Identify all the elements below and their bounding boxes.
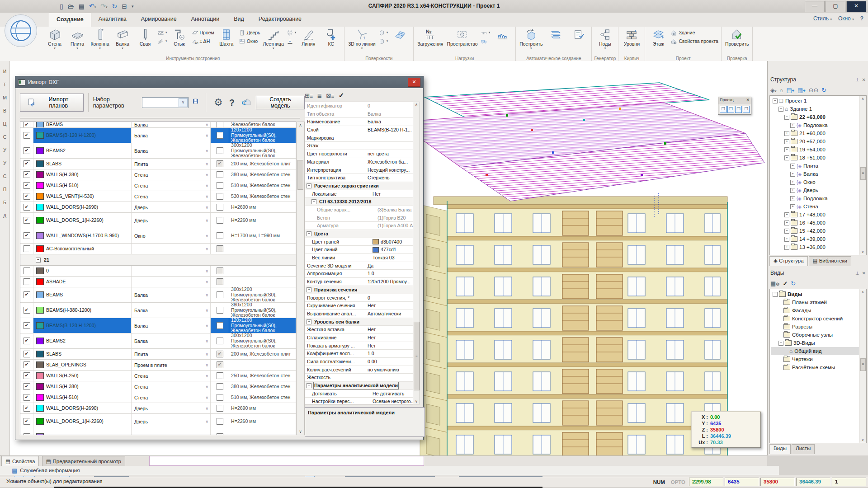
ribbon-button[interactable]: Плита▾: [66, 27, 89, 55]
prop-row[interactable]: Сечение 3D моделиДа: [305, 262, 413, 270]
tree-item[interactable]: −3D-Виды: [771, 339, 866, 347]
dialog-close-button[interactable]: ✕: [408, 78, 420, 87]
layer-type-dropdown[interactable]: Плита∨: [132, 159, 211, 169]
status-toggle[interactable]: NUM: [651, 479, 667, 485]
ribbon-tab-Аннотации[interactable]: Аннотации: [184, 13, 226, 27]
layer-type-dropdown[interactable]: Балка∨: [132, 303, 211, 318]
ribbon-button[interactable]: [567, 27, 590, 55]
tree-item[interactable]: −Виды: [771, 290, 866, 298]
layer-type-dropdown[interactable]: Балка∨: [132, 333, 211, 348]
ribbon-button[interactable]: [491, 27, 514, 55]
prop-row[interactable]: Контур сечения120x1200 Прямоу...: [305, 278, 413, 286]
checkbox-unchecked[interactable]: [217, 307, 223, 314]
ribbon-mini-button[interactable]: [480, 37, 491, 45]
layer-row[interactable]: ✔BEAMSБалка∨Железобетон балок: [20, 122, 296, 128]
layer-type-dropdown[interactable]: Дверь∨: [132, 414, 211, 429]
add-print-icon[interactable]: ▤+: [786, 87, 794, 94]
prop-row[interactable]: Сила постнатяжени...0.00: [305, 358, 413, 366]
prop-row[interactable]: Выравнивание анал...Автоматически: [305, 310, 413, 318]
layer-row[interactable]: ✔WALLS(H-380)Стена∨380 мм, Железобетон с…: [20, 169, 296, 180]
minimize-button[interactable]: —: [805, 1, 825, 12]
prop-row[interactable]: СглаживаниеНет: [305, 334, 413, 342]
checkbox-checked[interactable]: ✔: [24, 433, 30, 435]
layer-type-dropdown[interactable]: Окно∨: [132, 228, 211, 243]
tree-item[interactable]: +16 +45,000: [771, 219, 866, 227]
checkbox-unchecked[interactable]: [217, 291, 223, 298]
layer-type-dropdown[interactable]: Дверь∨: [132, 202, 211, 212]
tree-scrollbar[interactable]: ∧≡∨: [859, 289, 866, 443]
ribbon-button[interactable]: Загружения: [415, 27, 445, 55]
layer-row[interactable]: ✔SLAB_OPENINGSПроем в плите∨✔: [20, 360, 296, 371]
prop-row[interactable]: Коэффициент восп...1.0: [305, 350, 413, 358]
ribbon-mini-button[interactable]: Здание: [670, 28, 719, 37]
ribbon-button[interactable]: Ноды▾: [594, 27, 616, 55]
prop-row[interactable]: Скручивание сеченияНет: [305, 302, 413, 310]
import-plans-button[interactable]: Импорт планов: [20, 94, 84, 112]
checkbox-unchecked[interactable]: [24, 267, 30, 274]
prop-row[interactable]: Арматура(1)Гориз А400.А4...: [305, 222, 413, 230]
checkbox-checked[interactable]: ✔: [24, 383, 30, 390]
layer-type-dropdown[interactable]: Стена∨: [132, 371, 211, 381]
layer-type-dropdown[interactable]: Балка∨: [132, 128, 211, 143]
layer-type-dropdown[interactable]: Стена∨: [132, 180, 211, 191]
checkbox-unchecked[interactable]: [217, 394, 223, 401]
checkbox-checked[interactable]: ✔: [24, 405, 30, 412]
tree-item[interactable]: Разрезы: [771, 323, 866, 331]
help-icon[interactable]: ?: [229, 98, 235, 108]
prop-row[interactable]: Идентификатор0: [305, 102, 413, 110]
checkbox-checked[interactable]: ✔: [24, 122, 30, 127]
dxf-layers-table[interactable]: ✔BEAMSБалка∨Железобетон балок✔BEAMS(B-12…: [20, 122, 297, 435]
toolbar-options-icon[interactable]: ▾: [131, 2, 135, 11]
prop-group-row[interactable]: −СП 63.13330.2012/2018: [305, 198, 413, 206]
checkbox-unchecked[interactable]: [217, 322, 223, 329]
prop-value[interactable]: Тонкая 03: [370, 254, 413, 262]
layer-row[interactable]: ✔WALL_DOORS(H-2690)Дверь∨H=2690 мм: [20, 202, 296, 213]
layers-icon[interactable]: ◈▾: [770, 87, 777, 94]
layer-row[interactable]: ✔WALLS(H-510)Стена∨510 мм, Железобетон с…: [20, 392, 296, 403]
prop-row[interactable]: Поворот сечения, °0: [305, 294, 413, 302]
projection-side-icon[interactable]: ❒: [735, 106, 742, 113]
search-icon[interactable]: ⊙⊙: [809, 87, 819, 94]
checkbox-checked[interactable]: ✔: [24, 204, 30, 211]
layer-row[interactable]: ✔SLABSПлита∨✔200 мм, Железобетон плит: [20, 349, 296, 360]
sync-icon[interactable]: ↻: [111, 2, 118, 11]
param-set-combo[interactable]: ∨: [142, 97, 189, 108]
checkbox-checked[interactable]: ✔: [24, 232, 30, 239]
layer-row[interactable]: ASHADE∨: [20, 277, 296, 287]
layer-row[interactable]: ✔BEAMSБалка∨300x1200 Прямоугольный(S0), …: [20, 287, 296, 303]
palette-close-icon[interactable]: ✕: [746, 98, 750, 104]
prop-row[interactable]: Жесткость: [305, 374, 413, 382]
undo-icon[interactable]: ↶▾: [88, 1, 97, 12]
projection-iso-icon[interactable]: ❒: [743, 106, 750, 113]
checkbox-unchecked[interactable]: [217, 383, 223, 390]
prop-value[interactable]: Нет: [365, 326, 413, 333]
prop-row[interactable]: МатериалЖелезобетон ба...: [305, 158, 413, 166]
properties-grid[interactable]: Идентификатор0Тип объектаБалкаНаименован…: [305, 102, 413, 404]
tree-item[interactable]: +{◈Подложка: [771, 194, 866, 202]
prop-value[interactable]: Железобетон ба...: [365, 158, 413, 166]
checkbox-unchecked[interactable]: [24, 278, 30, 285]
help-menu[interactable]: ?: [860, 15, 863, 22]
prop-row[interactable]: СлойBEAMS(B-120 Н-1...: [305, 126, 413, 134]
tree-item[interactable]: +{◈Дверь: [771, 186, 866, 194]
ribbon-mini-button[interactable]: Дверь: [238, 28, 261, 37]
tree-item[interactable]: +19 +54,000: [771, 145, 866, 154]
checkbox-checked[interactable]: ✔: [24, 193, 30, 200]
tree-item[interactable]: −❏Проект 1: [771, 97, 866, 105]
layer-row[interactable]: ✔BEAMS2Балка∨300x1200 Прямоугольный(S0),…: [20, 333, 296, 349]
layer-row[interactable]: ✔WALLS(H-250)Стена∨250 мм, Железобетон с…: [20, 371, 296, 381]
checkbox-checked[interactable]: ✔: [24, 171, 30, 178]
prop-value[interactable]: Нет: [365, 342, 413, 350]
prop-row[interactable]: Тип конструктиваСтержень: [305, 174, 413, 182]
prop-row[interactable]: Цвет гранейd3b07400: [305, 238, 413, 246]
dialog-titlebar[interactable]: Импорт DXF ✕: [15, 76, 423, 88]
checkbox-unchecked[interactable]: [217, 122, 223, 127]
layer-type-dropdown[interactable]: Дверь∨: [132, 213, 211, 228]
checkbox-unchecked[interactable]: [217, 171, 223, 178]
prop-group-row[interactable]: −Расчетные характеристики: [305, 182, 413, 190]
layer-row[interactable]: ✔WALLS_VENT(H-530)Стена∨530 мм, Железобе…: [20, 191, 296, 202]
tree-item[interactable]: +{◈Подложка: [771, 121, 866, 129]
apply-props-icon[interactable]: ✓: [339, 91, 344, 99]
tree-item[interactable]: +21 +60,000: [771, 129, 866, 137]
checkbox-unchecked[interactable]: [217, 217, 223, 224]
